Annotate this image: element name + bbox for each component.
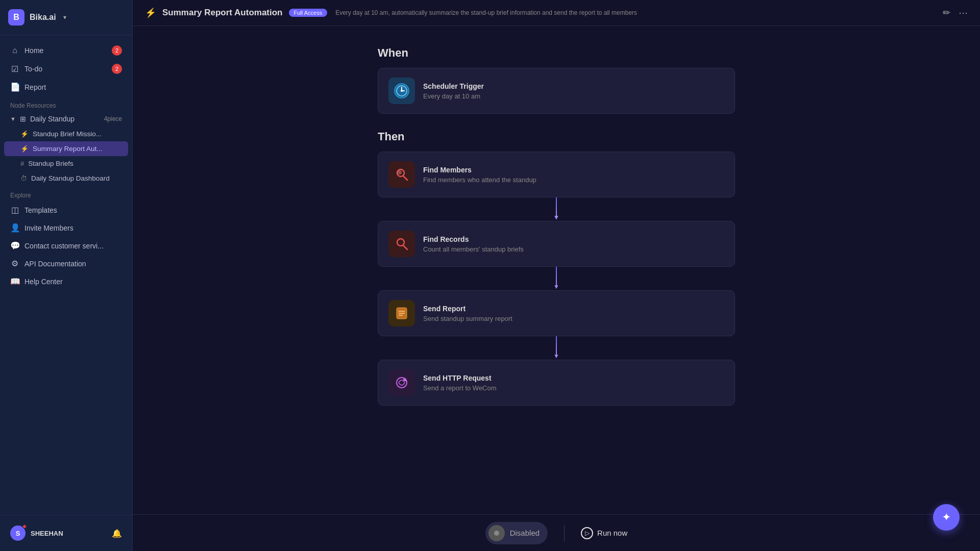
run-now-label: Run now bbox=[597, 529, 627, 537]
nav-label-todo: To-do bbox=[24, 65, 42, 73]
find-records-title: Find Records bbox=[423, 235, 524, 243]
daily-standup-dashboard-label: Daily Standup Dashboard bbox=[31, 174, 110, 182]
disabled-toggle[interactable]: Disabled bbox=[485, 522, 548, 544]
sidebar-header[interactable]: B Bika.ai ▾ bbox=[0, 0, 132, 35]
send-report-text: Send Report Send standup summary report bbox=[423, 305, 512, 322]
sidebar-item-summary-report[interactable]: ⚡ Summary Report Aut... bbox=[4, 141, 128, 156]
nav-item-todo[interactable]: ☑ To-do 2 bbox=[4, 60, 128, 78]
topbar-actions: ✏ ⋯ bbox=[943, 7, 968, 18]
tree-parent-label: Daily Standup bbox=[30, 115, 75, 123]
send-report-card[interactable]: Send Report Send standup summary report bbox=[378, 290, 735, 336]
piece-count: 4piece bbox=[104, 115, 122, 122]
access-badge: Full Access bbox=[289, 9, 328, 17]
run-icon: ▷ bbox=[581, 527, 593, 539]
send-http-desc: Send a report to WeCom bbox=[423, 384, 497, 392]
tree-daily-standup[interactable]: ▼ ⊞ Daily Standup 4piece bbox=[4, 111, 128, 127]
topbar-title-group: Summary Report Automation bbox=[162, 8, 283, 18]
node-resources-label: Node Resources bbox=[4, 96, 128, 111]
fab-icon: ✦ bbox=[942, 511, 951, 524]
trigger-desc: Every day at 10 am bbox=[423, 92, 484, 100]
find-records-card[interactable]: Find Records Count all members' standup … bbox=[378, 221, 735, 267]
contact-label: Contact customer servi... bbox=[24, 242, 104, 250]
user-row[interactable]: S SHEEHAN 🔔 bbox=[4, 521, 128, 545]
run-now-button[interactable]: ▷ Run now bbox=[581, 527, 627, 539]
standup-briefs-label: Standup Briefs bbox=[28, 160, 74, 167]
svg-point-4 bbox=[401, 90, 403, 92]
page-title: Summary Report Automation bbox=[162, 8, 283, 17]
find-members-card[interactable]: Find Members Find members who attend the… bbox=[378, 152, 735, 197]
trigger-text: Scheduler Trigger Every day at 10 am bbox=[423, 82, 484, 100]
templates-icon: ◫ bbox=[10, 205, 19, 215]
svg-line-6 bbox=[403, 176, 407, 180]
nav-label-report: Report bbox=[24, 83, 46, 91]
nav-item-report[interactable]: 📄 Report bbox=[4, 78, 128, 96]
notification-dot bbox=[22, 524, 27, 529]
then-label: Then bbox=[378, 130, 735, 143]
nav-item-home[interactable]: ⌂ Home 2 bbox=[4, 41, 128, 60]
topbar-description: Every day at 10 am, automatically summar… bbox=[335, 9, 637, 16]
avatar: S bbox=[10, 525, 26, 541]
sidebar-item-standup-brief[interactable]: ⚡ Standup Brief Missio... bbox=[4, 127, 128, 141]
sidebar-item-api-docs[interactable]: ⚙ API Documentation bbox=[4, 255, 128, 272]
clock-icon: ⏱ bbox=[20, 174, 27, 182]
summary-report-label: Summary Report Aut... bbox=[33, 145, 103, 153]
connector-1: ▼ bbox=[556, 197, 557, 216]
lightning-icon-active: ⚡ bbox=[20, 145, 29, 153]
sidebar-footer: S SHEEHAN 🔔 bbox=[0, 515, 132, 551]
invite-label: Invite Members bbox=[24, 224, 74, 232]
find-members-desc: Find members who attend the standup bbox=[423, 176, 536, 184]
fab-button[interactable]: ✦ bbox=[933, 504, 960, 531]
connector-2: ▼ bbox=[556, 267, 557, 285]
sidebar-item-standup-briefs[interactable]: # Standup Briefs bbox=[4, 156, 128, 171]
tree-expand-icon: ▼ bbox=[10, 116, 16, 122]
standup-brief-label: Standup Brief Missio... bbox=[33, 130, 102, 138]
when-label: When bbox=[378, 46, 735, 60]
send-report-desc: Send standup summary report bbox=[423, 315, 512, 322]
sidebar-item-contact-customer[interactable]: 💬 Contact customer servi... bbox=[4, 237, 128, 255]
sidebar-item-invite-members[interactable]: 👤 Invite Members bbox=[4, 219, 128, 237]
svg-point-7 bbox=[398, 170, 402, 174]
svg-point-16 bbox=[494, 531, 499, 536]
api-icon: ⚙ bbox=[10, 259, 19, 268]
explore-label: Explore bbox=[4, 186, 128, 201]
nav-label-home: Home bbox=[24, 46, 43, 55]
bell-icon[interactable]: 🔔 bbox=[112, 529, 122, 538]
api-label: API Documentation bbox=[24, 260, 86, 268]
scheduler-icon bbox=[388, 78, 415, 104]
find-members-text: Find Members Find members who attend the… bbox=[423, 166, 536, 184]
sidebar-item-templates[interactable]: ◫ Templates bbox=[4, 201, 128, 219]
invite-icon: 👤 bbox=[10, 223, 19, 233]
more-button[interactable]: ⋯ bbox=[959, 7, 968, 18]
svg-line-9 bbox=[403, 245, 407, 249]
automation-icon: ⚡ bbox=[145, 7, 156, 18]
find-members-icon bbox=[388, 161, 415, 188]
main-nav: ⌂ Home 2 ☑ To-do 2 📄 Report Node Resourc… bbox=[0, 35, 132, 296]
trigger-title: Scheduler Trigger bbox=[423, 82, 484, 90]
send-http-text: Send HTTP Request Send a report to WeCom bbox=[423, 374, 497, 392]
home-badge: 2 bbox=[112, 45, 122, 56]
workflow-canvas: When Scheduler Trigger Every day at 10 a… bbox=[133, 26, 980, 514]
hash-icon: # bbox=[20, 160, 24, 167]
bottom-bar: Disabled ▷ Run now bbox=[133, 514, 980, 551]
connector-3: ▼ bbox=[556, 336, 557, 355]
toggle-circle bbox=[488, 525, 505, 541]
sidebar-item-help-center[interactable]: 📖 Help Center bbox=[4, 272, 128, 290]
help-label: Help Center bbox=[24, 278, 63, 286]
book-icon: 📖 bbox=[10, 277, 19, 286]
send-report-title: Send Report bbox=[423, 305, 512, 313]
send-http-card[interactable]: Send HTTP Request Send a report to WeCom bbox=[378, 360, 735, 406]
trigger-card[interactable]: Scheduler Trigger Every day at 10 am bbox=[378, 68, 735, 114]
chat-icon: 💬 bbox=[10, 241, 19, 251]
app-logo: B bbox=[8, 9, 24, 26]
find-members-title: Find Members bbox=[423, 166, 536, 174]
main-area: ⚡ Summary Report Automation Full Access … bbox=[133, 0, 980, 551]
username: SHEEHAN bbox=[31, 530, 63, 537]
app-name: Bika.ai bbox=[30, 13, 56, 22]
home-icon: ⌂ bbox=[10, 46, 19, 55]
find-records-icon bbox=[388, 231, 415, 257]
report-icon: 📄 bbox=[10, 82, 19, 92]
sidebar-item-daily-standup-dashboard[interactable]: ⏱ Daily Standup Dashboard bbox=[4, 171, 128, 186]
templates-label: Templates bbox=[24, 206, 57, 214]
edit-button[interactable]: ✏ bbox=[943, 7, 950, 18]
app-chevron-icon: ▾ bbox=[63, 14, 66, 21]
